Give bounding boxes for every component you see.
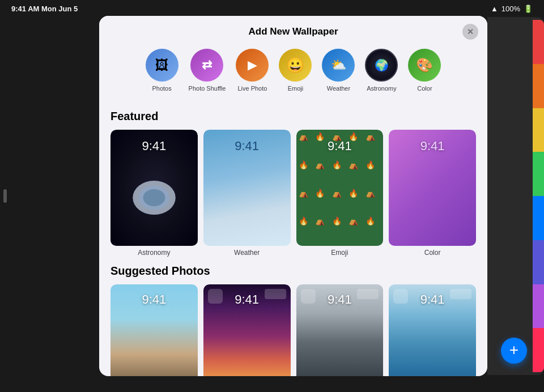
dialog-header: Add New Wallpaper ✕	[99, 16, 487, 43]
featured-title: Featured	[110, 110, 476, 123]
plus-icon: +	[509, 342, 518, 358]
dialog-title: Add New Wallpaper	[248, 26, 338, 37]
suggested-photo-3[interactable]: 9:41	[296, 284, 384, 376]
category-row: 🖼 Photos ⇄ Photo Shuffle ▶ Live Photo 😀 …	[99, 43, 487, 102]
color-label: Color	[417, 85, 432, 92]
photo-shuffle-icon: ⇄	[190, 49, 223, 82]
photo3-preview: 9:41	[296, 284, 384, 376]
add-wallpaper-button[interactable]: +	[501, 338, 527, 364]
suggested-photos-grid: 9:41 9:41	[110, 284, 476, 376]
live-photo-icon: ▶	[236, 49, 269, 82]
live-photo-label: Live Photo	[237, 85, 267, 92]
featured-weather-card[interactable]: 9:41 Weather	[203, 130, 291, 257]
suggested-photos-title: Suggested Photos	[110, 265, 476, 278]
battery-indicator: 100%	[502, 5, 520, 13]
photo2-preview: 9:41	[203, 284, 291, 376]
strip-yellow	[533, 108, 544, 152]
featured-emoji-card[interactable]: ⛺🔥⛺🔥⛺ 🔥⛺🔥⛺🔥 ⛺🔥⛺🔥⛺ 🔥⛺🔥⛺🔥 9:41 Emoji	[296, 130, 384, 257]
weather-time: 9:41	[235, 139, 259, 154]
color-icon: 🎨	[408, 49, 441, 82]
photo-shuffle-label: Photo Shuffle	[189, 85, 226, 92]
close-icon: ✕	[467, 27, 474, 36]
strip-blue	[533, 196, 544, 240]
close-button[interactable]: ✕	[462, 24, 478, 40]
battery-icon: 🔋	[524, 5, 533, 13]
category-photo-shuffle[interactable]: ⇄ Photo Shuffle	[189, 49, 226, 92]
photos-icon: 🖼	[146, 49, 178, 82]
featured-color-card[interactable]: 9:41 Color	[389, 130, 476, 257]
category-photos[interactable]: 🖼 Photos	[146, 49, 178, 92]
category-emoji[interactable]: 😀 Emoji	[279, 49, 312, 92]
category-color[interactable]: 🎨 Color	[408, 49, 441, 92]
strip-pink	[533, 328, 544, 372]
wifi-icon: ▲	[491, 5, 498, 13]
photo1-time: 9:41	[110, 292, 198, 307]
add-wallpaper-dialog: Add New Wallpaper ✕ 🖼 Photos ⇄ Photo Shu…	[99, 16, 487, 376]
strip-green	[533, 152, 544, 196]
emoji-preview: ⛺🔥⛺🔥⛺ 🔥⛺🔥⛺🔥 ⛺🔥⛺🔥⛺ 🔥⛺🔥⛺🔥 9:41	[296, 130, 384, 246]
category-astronomy[interactable]: 🌍 Astronomy	[365, 49, 398, 92]
color-card-label: Color	[389, 249, 476, 257]
status-right: ▲ 100% 🔋	[491, 5, 533, 13]
color-strips	[533, 20, 544, 372]
category-live-photo[interactable]: ▶ Live Photo	[236, 49, 269, 92]
photo4-preview: 9:41	[389, 284, 476, 376]
status-bar: 9:41 AM Mon Jun 5 ▲ 100% 🔋	[0, 5, 544, 13]
category-weather[interactable]: ⛅ Weather	[322, 49, 355, 92]
left-handle	[3, 189, 7, 203]
strip-indigo	[533, 240, 544, 284]
weather-label: Weather	[327, 85, 350, 92]
photo4-time: 9:41	[389, 292, 476, 307]
photo1-preview: 9:41	[110, 284, 198, 376]
featured-grid: 9:41 Astronomy 9:41 Weather ⛺🔥⛺🔥⛺	[110, 130, 476, 257]
strip-red	[533, 20, 544, 64]
astronomy-time: 9:41	[142, 139, 166, 154]
dialog-content[interactable]: Featured 9:41 Astronomy 9:41 Weather	[99, 102, 487, 376]
color-preview: 9:41	[389, 130, 476, 246]
suggested-photo-4[interactable]: 9:41	[389, 284, 476, 376]
photos-label: Photos	[152, 85, 171, 92]
suggested-photo-1[interactable]: 9:41	[110, 284, 198, 376]
suggested-photos-section: Suggested Photos 9:41 9:41	[110, 265, 476, 376]
emoji-time: 9:41	[296, 139, 384, 154]
astronomy-icon: 🌍	[365, 49, 398, 82]
color-time: 9:41	[420, 139, 445, 154]
photo2-time: 9:41	[203, 292, 291, 307]
strip-purple	[533, 284, 544, 329]
photo3-time: 9:41	[296, 292, 384, 307]
strip-orange	[533, 64, 544, 108]
featured-section: Featured 9:41 Astronomy 9:41 Weather	[110, 110, 476, 257]
status-time: 9:41 AM Mon Jun 5	[11, 5, 78, 13]
weather-preview: 9:41	[203, 130, 291, 246]
featured-astronomy-card[interactable]: 9:41 Astronomy	[110, 130, 198, 257]
astronomy-preview: 9:41	[110, 130, 198, 246]
emoji-icon-cat: 😀	[279, 49, 312, 82]
weather-icon: ⛅	[322, 49, 355, 82]
astronomy-label: Astronomy	[367, 85, 397, 92]
emoji-label: Emoji	[288, 85, 304, 92]
suggested-photo-2[interactable]: 9:41	[203, 284, 291, 376]
emoji-card-label: Emoji	[296, 249, 384, 257]
weather-card-label: Weather	[203, 249, 291, 257]
astronomy-card-label: Astronomy	[110, 249, 198, 257]
